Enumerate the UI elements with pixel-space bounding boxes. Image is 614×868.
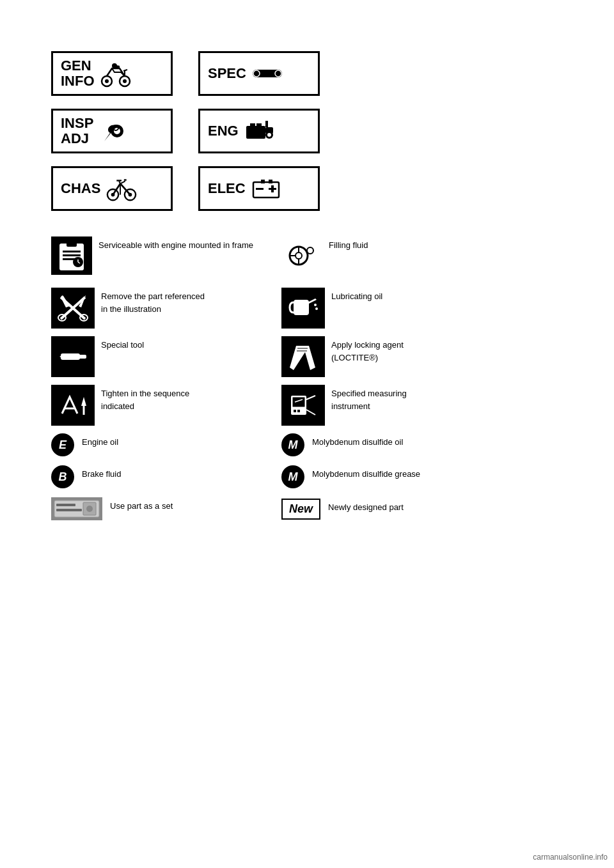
symbols-section: Serviceable with engine mounted in frame [51, 236, 563, 520]
svg-rect-32 [256, 188, 264, 190]
svg-point-77 [86, 506, 93, 512]
symbol-punch: Special tool [51, 336, 269, 377]
circle-M2-text: Molybdenum disulfide grease [312, 465, 420, 481]
section-eng[interactable]: ENG [198, 109, 320, 153]
svg-rect-38 [63, 254, 81, 256]
part-box-icon [51, 497, 102, 520]
section-icons-grid: GENINFO [51, 51, 563, 211]
svg-point-11 [114, 128, 120, 134]
svg-rect-37 [63, 251, 81, 252]
circle-E-entry: E Engine oil [51, 433, 269, 456]
part-box-text: Use part as a set [110, 497, 173, 513]
meter-icon [281, 385, 325, 426]
svg-point-55 [315, 307, 318, 310]
wrench-gear-icon [98, 116, 130, 146]
svg-line-27 [119, 181, 120, 183]
circle-B-entry: B Brake fluid [51, 465, 269, 488]
elec-label: ELEC [208, 181, 246, 196]
symbol-tightening: Tighten in the sequenceindicated [51, 385, 269, 426]
svg-rect-57 [76, 355, 86, 359]
punch-description: Special tool [101, 336, 144, 352]
svg-rect-15 [256, 123, 262, 128]
svg-point-18 [267, 133, 271, 137]
section-spec[interactable]: SPEC [198, 51, 320, 96]
symbol-oil-can: Lubricating oil [281, 288, 499, 329]
svg-rect-31 [269, 180, 272, 183]
symbol-row-3: Tighten in the sequenceindicated [51, 385, 563, 426]
svg-point-5 [112, 63, 117, 68]
tightening-icon [51, 385, 95, 426]
symbol-row-2: Special tool Apply locking agent(LOCTITE… [51, 336, 563, 377]
circle-row-2: B Brake fluid M Molybdenum disulfide gre… [51, 465, 563, 488]
meter-description: Specified measuringinstrument [331, 385, 407, 412]
section-chas[interactable]: CHAS [51, 166, 173, 211]
svg-rect-9 [260, 72, 274, 75]
oil-can-icon [281, 288, 325, 329]
icon-row-2: INSPADJ ENG [51, 109, 563, 153]
scissors-description: Remove the part referencedin the illustr… [101, 288, 205, 315]
svg-rect-34 [271, 185, 274, 192]
svg-rect-74 [56, 504, 75, 506]
hook-tool-icon [281, 336, 325, 377]
circle-B-text: Brake fluid [82, 465, 121, 481]
svg-point-2 [105, 79, 109, 83]
insp-adj-label: INSPADJ [61, 116, 93, 146]
tightening-description: Tighten in the sequenceindicated [101, 385, 189, 412]
gen-info-label: GENINFO [61, 58, 95, 89]
new-label-icon: New [281, 499, 320, 520]
svg-marker-62 [81, 397, 86, 406]
svg-rect-69 [294, 410, 296, 412]
content-area: GENINFO [0, 0, 614, 555]
icon-row-1: GENINFO [51, 51, 563, 96]
section-gen-info[interactable]: GENINFO [51, 51, 173, 96]
circle-M1-text: Molybdenum disulfide oil [312, 433, 403, 449]
new-label-entry: New Newly designed part [281, 499, 499, 520]
svg-rect-30 [261, 180, 265, 183]
part-new-row: Use part as a set New Newly designed par… [51, 497, 563, 520]
svg-rect-19 [265, 121, 268, 127]
circle-E-text: Engine oil [82, 433, 118, 449]
circle-row-1: E Engine oil M Molybdenum disulfide oil [51, 433, 563, 456]
svg-point-45 [295, 252, 302, 259]
new-label-text: Newly designed part [328, 499, 404, 514]
bicycle-icon [106, 174, 138, 203]
svg-rect-13 [246, 126, 265, 139]
circle-M2-entry: M Molybdenum disulfide grease [281, 465, 499, 488]
svg-point-49 [307, 247, 313, 254]
battery-icon [251, 174, 283, 203]
svg-point-7 [253, 70, 260, 77]
scissors-pliers-icon [51, 288, 95, 329]
oil-can-description: Lubricating oil [331, 288, 382, 303]
svg-rect-70 [297, 410, 300, 412]
symbol-clipboard: Serviceable with engine mounted in frame [51, 236, 269, 275]
chas-label: CHAS [61, 181, 100, 196]
watermark: carmanualsonline.info [533, 853, 608, 862]
clipboard-clock-icon [51, 236, 92, 275]
steering-description: Filling fluid [329, 236, 368, 252]
circle-M1-icon: M [281, 433, 304, 456]
symbol-hook: Apply locking agent(LOCTITE®) [281, 336, 499, 377]
hook-description: Apply locking agent(LOCTITE®) [331, 336, 404, 364]
circle-B-icon: B [51, 465, 74, 488]
symbol-scissors: Remove the part referencedin the illustr… [51, 288, 269, 329]
section-insp-adj[interactable]: INSPADJ [51, 109, 173, 153]
symbols-header-row: Serviceable with engine mounted in frame [51, 236, 563, 275]
svg-line-72 [306, 410, 315, 415]
part-box-entry: Use part as a set [51, 497, 269, 520]
svg-line-25 [120, 181, 125, 183]
symbol-meter: Specified measuringinstrument [281, 385, 499, 426]
steering-icon [281, 236, 322, 275]
svg-point-8 [275, 70, 281, 77]
icon-row-3: CHAS [51, 166, 563, 211]
symbol-steering: Filling fluid [281, 236, 499, 275]
circle-M2-icon: M [281, 465, 304, 488]
section-elec[interactable]: ELEC [198, 166, 320, 211]
symbol-row-1: Remove the part referencedin the illustr… [51, 288, 563, 329]
eng-label: ENG [208, 123, 239, 139]
svg-point-3 [123, 79, 127, 83]
svg-rect-43 [67, 242, 77, 247]
svg-line-71 [306, 396, 315, 399]
clipboard-description: Serviceable with engine mounted in frame [98, 236, 253, 252]
spec-label: SPEC [208, 66, 246, 81]
circle-M1-entry: M Molybdenum disulfide oil [281, 433, 499, 456]
